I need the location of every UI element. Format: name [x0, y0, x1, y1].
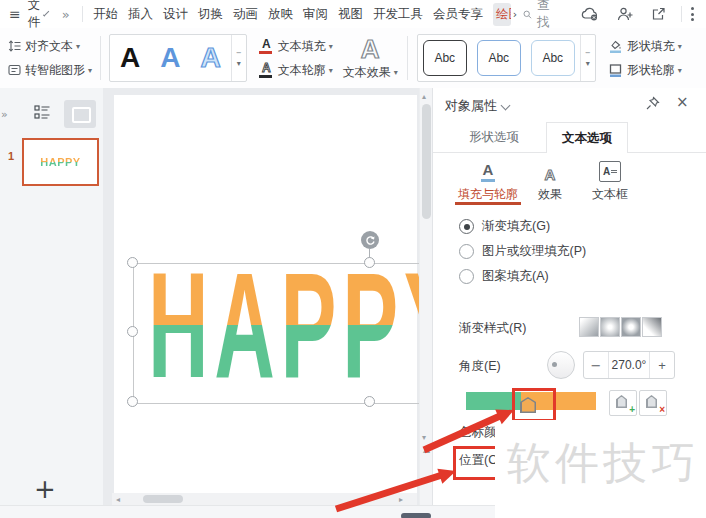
menu-tab-view[interactable]: 视图: [338, 6, 363, 23]
text-effects-label: 文本效果: [343, 64, 391, 81]
search-box[interactable]: 查找: [523, 0, 554, 31]
fill-outline-icon: A: [481, 163, 495, 182]
slide-canvas[interactable]: HAPPY ◂ ▸: [103, 88, 419, 505]
more-options-icon[interactable]: [691, 7, 694, 21]
shape-outline-button[interactable]: 形状轮廓 ▾: [608, 62, 682, 79]
panel-collapse-icon[interactable]: »: [1, 108, 8, 121]
file-menu[interactable]: 文件: [28, 0, 41, 31]
slide-thumbnail-selected[interactable]: HAPPY: [22, 138, 99, 186]
watermark-overlay: 软件技巧: [495, 420, 706, 518]
menu-tab-animation[interactable]: 动画: [233, 6, 258, 23]
radio-pattern-fill[interactable]: 图案填充(A): [459, 268, 549, 285]
subtab-fill-outline-active[interactable]: A 填充与轮廓: [456, 158, 520, 203]
cloud-sync-icon[interactable]: [581, 7, 599, 21]
slide-thumbnail-text: HAPPY: [40, 156, 80, 168]
menu-tab-drawing-tools-active[interactable]: 绘图工具: [493, 3, 511, 26]
add-slide-button[interactable]: +: [34, 474, 56, 504]
menu-tab-slideshow[interactable]: 放映: [268, 6, 293, 23]
chevron-down-icon: ▾: [76, 42, 80, 51]
menu-tab-review[interactable]: 审阅: [303, 6, 328, 23]
gradient-style-radial[interactable]: [600, 317, 620, 337]
remove-gradient-stop-button[interactable]: ×: [639, 390, 667, 416]
shape-style-3[interactable]: Abc: [531, 40, 575, 76]
gradient-style-path[interactable]: [642, 317, 662, 337]
text-fill-label: 文本填充: [278, 38, 326, 55]
text-outline-button[interactable]: A 文本轮廓 ▾: [259, 62, 333, 79]
menu-tab-devtools[interactable]: 开发工具: [373, 6, 423, 23]
panel-subtabs: A 填充与轮廓 A 效果 A 文本框: [433, 152, 706, 206]
previous-slide-icon[interactable]: ▴▴: [421, 448, 432, 455]
menu-tab-transition[interactable]: 切换: [198, 6, 223, 23]
gradient-style-linear[interactable]: [579, 317, 599, 337]
shape-style-gallery: Abc Abc Abc − ▾: [417, 34, 596, 82]
shape-style-2[interactable]: Abc: [477, 40, 521, 76]
subtab-effects[interactable]: A 效果: [518, 158, 582, 203]
radio-selected-icon: [459, 219, 474, 234]
wordart-style-plain[interactable]: A: [120, 42, 140, 74]
shape-outline-label: 形状轮廓: [627, 62, 675, 79]
shape-gallery-more-button[interactable]: − ▾: [580, 35, 595, 81]
bottom-scrollbar-thumb[interactable]: [401, 513, 431, 518]
scroll-left-icon[interactable]: ◂: [112, 495, 124, 504]
subtab-label: 填充与轮廓: [456, 186, 520, 203]
menu-tab-insert[interactable]: 插入: [128, 6, 153, 23]
menu-tab-home[interactable]: 开始: [93, 6, 118, 23]
radio-label: 图案填充(A): [482, 268, 549, 285]
share-icon[interactable]: [651, 7, 666, 21]
slide-view-button-active[interactable]: [64, 100, 96, 128]
gradient-style-rectangular[interactable]: [621, 317, 641, 337]
resize-handle-top-left[interactable]: [127, 257, 138, 268]
resize-handle-bottom-center[interactable]: [364, 396, 375, 407]
textbox-icon: A: [599, 161, 621, 182]
angle-dial[interactable]: [547, 351, 575, 379]
menu-tab-member[interactable]: 会员专享: [433, 6, 483, 23]
angle-decrease-button[interactable]: −: [584, 352, 608, 378]
scrollbar-thumb[interactable]: [143, 495, 183, 503]
angle-label: 角度(E): [459, 358, 501, 375]
radio-gradient-fill[interactable]: 渐变填充(G): [459, 218, 550, 235]
panel-title[interactable]: 对象属性: [445, 97, 513, 115]
shape-style-1[interactable]: Abc: [423, 40, 467, 76]
shape-fill-button[interactable]: 形状填充 ▾: [608, 38, 682, 55]
text-effects-button[interactable]: 文本效果 ▾: [343, 64, 398, 81]
add-gradient-stop-button[interactable]: +: [609, 390, 637, 416]
resize-handle-mid-left[interactable]: [127, 326, 138, 337]
subtab-textbox[interactable]: A 文本框: [578, 158, 642, 203]
panel-tabs: 形状选项 文本选项: [433, 122, 706, 153]
scroll-right-icon[interactable]: ▸: [395, 495, 407, 504]
x-icon: ×: [659, 405, 665, 415]
wordart-style-blue[interactable]: A: [160, 42, 180, 74]
wordart-gallery-more-button[interactable]: − ▾: [231, 35, 246, 81]
slide-number: 1: [8, 150, 14, 162]
resize-handle-bottom-left[interactable]: [127, 396, 138, 407]
subtab-label: 文本框: [578, 186, 642, 203]
radio-label: 渐变填充(G): [482, 218, 550, 235]
chevron-right-icon[interactable]: ›: [513, 8, 517, 21]
resize-handle-top-center[interactable]: [364, 257, 375, 268]
convert-smartart-button[interactable]: 转智能图形 ▾: [8, 62, 92, 79]
smartart-icon: [8, 64, 21, 76]
scroll-up-icon[interactable]: ▴: [422, 92, 426, 101]
pin-icon[interactable]: [645, 96, 660, 111]
scroll-down-icon[interactable]: ▾: [422, 433, 426, 442]
canvas-horizontal-scrollbar[interactable]: ◂ ▸: [112, 493, 417, 505]
angle-increase-button[interactable]: +: [650, 352, 674, 378]
ribbon-toolbar: 对齐文本 ▾ 转智能图形 ▾ A A A − ▾ A 文本填充 ▾ A 文本轮: [0, 28, 706, 89]
add-collaborator-icon[interactable]: [617, 7, 633, 21]
rotation-handle[interactable]: [361, 231, 379, 249]
scrollbar-thumb[interactable]: [422, 104, 431, 219]
close-panel-icon[interactable]: ×: [676, 93, 689, 111]
text-fill-button[interactable]: A 文本填充 ▾: [259, 38, 333, 55]
wordart-style-outline[interactable]: A: [200, 42, 220, 74]
hamburger-icon[interactable]: ≡: [9, 6, 21, 22]
canvas-vertical-scrollbar[interactable]: ▴ ▾ ▴▴: [419, 88, 433, 505]
align-text-button[interactable]: 对齐文本 ▾: [8, 38, 92, 55]
menu-tab-design[interactable]: 设计: [163, 6, 188, 23]
selection-bounding-box: [133, 263, 419, 404]
tab-shape-options[interactable]: 形状选项: [469, 129, 519, 146]
radio-picture-fill[interactable]: 图片或纹理填充(P): [459, 243, 586, 260]
outline-view-icon[interactable]: [34, 105, 51, 120]
tab-overflow-icon[interactable]: »: [62, 7, 70, 22]
search-label: 查找: [537, 0, 554, 31]
tab-text-options-active[interactable]: 文本选项: [546, 122, 628, 153]
